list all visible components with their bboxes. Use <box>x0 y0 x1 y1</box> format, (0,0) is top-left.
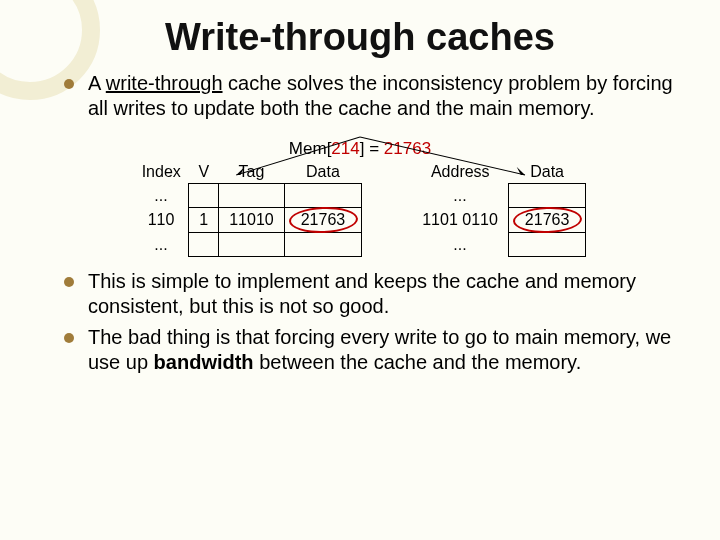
cell <box>189 184 219 208</box>
cell <box>219 233 285 257</box>
bullet-list: A write-through cache solves the inconsi… <box>30 71 690 121</box>
cell-tag: 11010 <box>219 208 285 233</box>
text: between the cache and the memory. <box>254 351 582 373</box>
cell-data: 21763 <box>508 208 586 233</box>
bullet-list-lower: This is simple to implement and keeps th… <box>30 269 690 375</box>
cell-index: 110 <box>134 208 189 233</box>
col-data: Data <box>508 161 586 184</box>
text: A <box>88 72 106 94</box>
table-header-row: Index V Tag Data <box>134 161 362 184</box>
ellipsis: ... <box>412 184 508 208</box>
table-row: ... <box>412 184 586 208</box>
col-address: Address <box>412 161 508 184</box>
col-data: Data <box>284 161 362 184</box>
memory-table: Address Data ... 1101 0110 21763 ... <box>412 161 586 257</box>
table-row: 110 1 11010 21763 <box>134 208 362 233</box>
bullet-3: The bad thing is that forcing every writ… <box>70 325 690 375</box>
ellipsis: ... <box>134 233 189 257</box>
cell <box>219 184 285 208</box>
underline-text: write-through <box>106 72 223 94</box>
table-row: 1101 0110 21763 <box>412 208 586 233</box>
table-row: ... <box>134 233 362 257</box>
cell <box>284 184 362 208</box>
text: ] = <box>360 139 384 158</box>
table-header-row: Address Data <box>412 161 586 184</box>
cell <box>189 233 219 257</box>
table-row: ... <box>134 184 362 208</box>
cell <box>508 184 586 208</box>
cache-table: Index V Tag Data ... 110 1 11010 21763 <box>134 161 363 257</box>
cell <box>508 233 586 257</box>
bullet-2: This is simple to implement and keeps th… <box>70 269 690 319</box>
table-row: ... <box>412 233 586 257</box>
slide-title: Write-through caches <box>30 16 690 59</box>
ellipsis: ... <box>412 233 508 257</box>
cell-valid: 1 <box>189 208 219 233</box>
col-tag: Tag <box>219 161 285 184</box>
tables-row: Index V Tag Data ... 110 1 11010 21763 <box>30 161 690 257</box>
bullet-1: A write-through cache solves the inconsi… <box>70 71 690 121</box>
cell-data: 21763 <box>284 208 362 233</box>
text: Mem[ <box>289 139 332 158</box>
cell-address: 1101 0110 <box>412 208 508 233</box>
col-index: Index <box>134 161 189 184</box>
slide: Write-through caches A write-through cac… <box>0 0 720 391</box>
ellipsis: ... <box>134 184 189 208</box>
cell <box>284 233 362 257</box>
mem-expression: Mem[214] = 21763 <box>30 139 690 159</box>
mem-value: 21763 <box>384 139 431 158</box>
circle-highlight-icon <box>512 206 581 234</box>
col-v: V <box>189 161 219 184</box>
mem-address: 214 <box>331 139 359 158</box>
bold-text: bandwidth <box>154 351 254 373</box>
circle-highlight-icon <box>288 206 357 234</box>
